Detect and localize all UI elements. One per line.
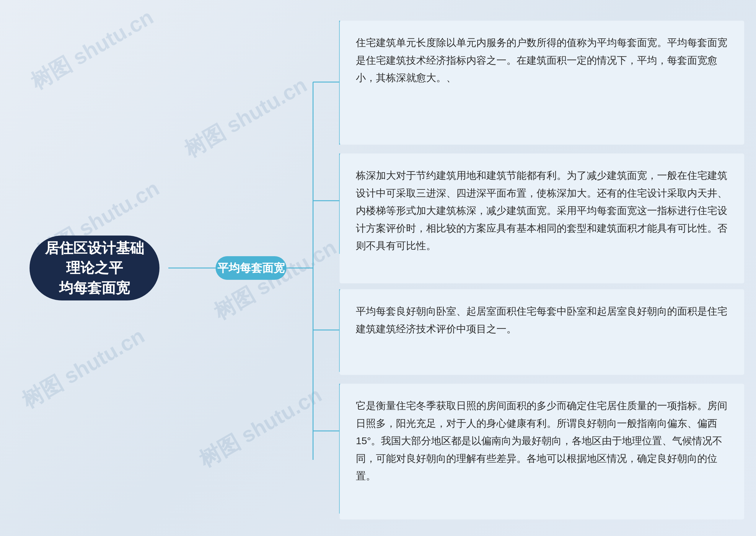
center-node-text: 居住区设计基础理论之平 均每套面宽 [41,238,148,298]
text-box-4: 它是衡量住宅冬季获取日照的房间面积的多少而确定住宅居住质量的一项指标。房间日照多… [340,384,744,519]
watermark-5: 树图 shutu.cn [17,322,150,415]
text-box-2-content: 栋深加大对于节约建筑用地和建筑节能都有利。为了减少建筑面宽，一般在住宅建筑设计中… [356,167,728,255]
text-box-4-content: 它是衡量住宅冬季获取日照的房间面积的多少而确定住宅居住质量的一项指标。房间日照多… [356,397,728,485]
watermark-1: 树图 shutu.cn [26,3,158,96]
text-box-3-content: 平均每套良好朝向卧室、起居室面积住宅每套中卧室和起居室良好朝向的面积是住宅建筑建… [356,303,728,338]
watermark-6: 树图 shutu.cn [194,381,327,474]
text-box-3: 平均每套良好朝向卧室、起居室面积住宅每套中卧室和起居室良好朝向的面积是住宅建筑建… [340,289,744,375]
text-box-1-content: 住宅建筑单元长度除以单元内服务的户数所得的值称为平均每套面宽。平均每套面宽是住宅… [356,34,728,87]
text-box-1: 住宅建筑单元长度除以单元内服务的户数所得的值称为平均每套面宽。平均每套面宽是住宅… [340,21,744,145]
center-node: 居住区设计基础理论之平 均每套面宽 [29,236,159,300]
text-box-2: 栋深加大对于节约建筑用地和建筑节能都有利。为了减少建筑面宽，一般在住宅建筑设计中… [340,153,744,284]
watermark-4: 树图 shutu.cn [209,233,342,326]
branch-node-text: 平均每套面宽 [217,261,285,276]
watermark-2: 树图 shutu.cn [179,71,312,164]
branch-node: 平均每套面宽 [216,256,287,280]
